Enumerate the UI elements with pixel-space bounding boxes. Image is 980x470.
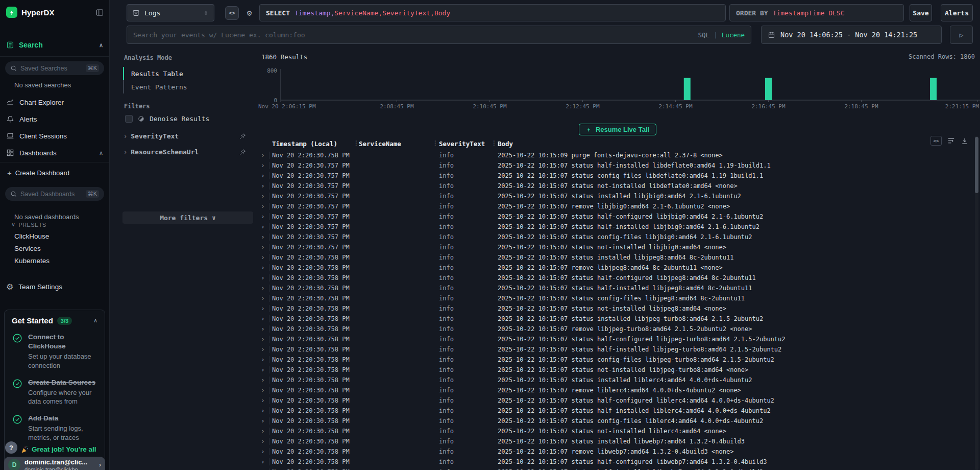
row-expand-icon[interactable]: › [261, 283, 265, 293]
sidebar-item-alerts[interactable]: Alerts [6, 111, 103, 127]
col-severitytext[interactable]: SeverityText [439, 140, 485, 148]
table-row[interactable]: ›Nov 20 2:20:30.758 PMinfo2025-10-22 10:… [255, 365, 974, 375]
save-button[interactable]: Save [910, 4, 932, 21]
table-row[interactable]: ›Nov 20 2:20:30.758 PMinfo2025-10-22 10:… [255, 436, 974, 447]
wrap-lines-icon[interactable] [947, 136, 955, 145]
download-icon[interactable] [961, 137, 969, 145]
help-button[interactable]: ? [5, 441, 17, 454]
table-row[interactable]: ›Nov 20 2:20:30.757 PMinfo2025-10-22 10:… [255, 201, 974, 212]
table-row[interactable]: ›Nov 20 2:20:30.758 PMinfo2025-10-22 10:… [255, 273, 974, 283]
table-row[interactable]: ›Nov 20 2:20:30.757 PMinfo2025-10-22 10:… [255, 212, 974, 222]
run-query-button[interactable]: ▷ [950, 26, 973, 44]
table-row[interactable]: ›Nov 20 2:20:30.757 PMinfo2025-10-22 10:… [255, 171, 974, 181]
table-row[interactable]: ›Nov 20 2:20:30.758 PMinfo2025-10-22 10:… [255, 375, 974, 385]
col-servicename[interactable]: ServiceName [359, 140, 401, 148]
mode-results-table[interactable]: Results Table [123, 67, 225, 80]
table-row[interactable]: ›Nov 20 2:20:30.758 PMinfo2025-10-22 10:… [255, 334, 974, 344]
row-expand-icon[interactable]: › [261, 355, 265, 365]
row-expand-icon[interactable]: › [261, 303, 265, 314]
get-started-item[interactable]: Add DataStart sending logs, metrics, or … [12, 414, 97, 442]
row-expand-icon[interactable]: › [261, 375, 265, 385]
row-expand-icon[interactable]: › [261, 160, 265, 171]
table-row[interactable]: ›Nov 20 2:20:30.758 PMinfo2025-10-22 10:… [255, 416, 974, 426]
table-row[interactable]: ›Nov 20 2:20:30.757 PMinfo2025-10-22 10:… [255, 160, 974, 171]
alerts-button[interactable]: Alerts [941, 4, 973, 21]
table-row[interactable]: ›Nov 20 2:20:30.758 PMinfo2025-10-22 10:… [255, 314, 974, 324]
row-expand-icon[interactable]: › [261, 426, 265, 436]
col-resize-handle[interactable]: ⋮ [432, 139, 438, 147]
search-input[interactable] [133, 31, 694, 39]
preset-clickhouse[interactable]: ClickHouse [14, 232, 49, 240]
denoise-checkbox[interactable] [125, 115, 133, 123]
row-expand-icon[interactable]: › [261, 365, 265, 375]
row-expand-icon[interactable]: › [261, 222, 265, 232]
time-range-picker[interactable]: Nov 20 14:06:25 - Nov 20 14:21:25 [761, 26, 942, 44]
saved-searches-input[interactable]: Saved Searches ⌘K [5, 61, 104, 75]
expand-json-icon[interactable]: <> [930, 136, 942, 146]
scrollbar-thumb[interactable] [975, 137, 978, 193]
row-expand-icon[interactable]: › [261, 314, 265, 324]
row-expand-icon[interactable]: › [261, 212, 265, 222]
row-expand-icon[interactable]: › [261, 181, 265, 191]
filter-group-resourceschemaurl[interactable]: › ResourceSchemaUrl [124, 148, 246, 156]
more-filters-button[interactable]: More filters ∨ [122, 212, 253, 224]
sidebar-item-dashboards[interactable]: Dashboards ∧ [6, 145, 103, 160]
chevron-up-icon[interactable]: ∧ [99, 42, 103, 49]
table-row[interactable]: ›Nov 20 2:20:30.758 PMinfo2025-10-22 10:… [255, 395, 974, 406]
row-expand-icon[interactable]: › [261, 344, 265, 355]
table-row[interactable]: ›Nov 20 2:20:30.757 PMinfo2025-10-22 10:… [255, 191, 974, 201]
source-select[interactable]: Logs [127, 4, 214, 21]
mode-event-patterns[interactable]: Event Patterns [123, 80, 225, 93]
table-row[interactable]: ›Nov 20 2:20:30.758 PMinfo2025-10-22 10:… [255, 406, 974, 416]
table-row[interactable]: ›Nov 20 2:20:30.758 PMinfo2025-10-22 10:… [255, 447, 974, 457]
row-expand-icon[interactable]: › [261, 436, 265, 447]
pin-icon[interactable] [239, 149, 246, 156]
table-row[interactable]: ›Nov 20 2:20:30.757 PMinfo2025-10-22 10:… [255, 242, 974, 252]
get-started-item[interactable]: Create Data SourcesConfigure where your … [12, 378, 97, 406]
source-settings-gear-icon[interactable]: ⚙ [242, 6, 256, 20]
resume-live-tail-button[interactable]: Resume Live Tail [579, 124, 656, 135]
pin-icon[interactable] [239, 133, 246, 140]
sidebar-item-search[interactable]: Search ∧ [6, 41, 103, 49]
row-expand-icon[interactable]: › [261, 150, 265, 160]
table-row[interactable]: ›Nov 20 2:20:30.758 PMinfo2025-10-22 10:… [255, 467, 974, 470]
chevron-up-icon[interactable]: ∧ [99, 150, 103, 156]
denoise-results-toggle[interactable]: Denoise Results [125, 115, 209, 123]
row-expand-icon[interactable]: › [261, 416, 265, 426]
row-expand-icon[interactable]: › [261, 263, 265, 273]
row-expand-icon[interactable]: › [261, 395, 265, 406]
table-row[interactable]: ›Nov 20 2:20:30.757 PMinfo2025-10-22 10:… [255, 181, 974, 191]
presets-toggle[interactable]: ∨ PRESETS [11, 221, 46, 228]
get-started-item[interactable]: Connect to ClickHouseSet up your databas… [12, 333, 97, 370]
col-resize-handle[interactable]: ⋮ [491, 139, 497, 147]
table-row[interactable]: ›Nov 20 2:20:30.758 PMinfo2025-10-22 10:… [255, 283, 974, 293]
order-by-input[interactable]: ORDER BYTimestampTime DESC [729, 4, 904, 21]
select-clause-input[interactable]: SELECTTimestamp,ServiceName,SeverityText… [259, 4, 726, 21]
col-timestamp[interactable]: Timestamp (Local) [272, 140, 337, 148]
collapse-sidebar-icon[interactable] [95, 8, 104, 17]
event-search-bar[interactable]: SQL | Lucene [127, 26, 751, 44]
table-row[interactable]: ›Nov 20 2:20:30.758 PMinfo2025-10-22 10:… [255, 385, 974, 395]
row-expand-icon[interactable]: › [261, 273, 265, 283]
code-view-button[interactable]: <> [225, 6, 239, 20]
filter-group-severitytext[interactable]: › SeverityText [124, 132, 246, 140]
row-expand-icon[interactable]: › [261, 406, 265, 416]
sidebar-item-client-sessions[interactable]: Client Sessions [6, 128, 103, 144]
lang-toggle-lucene[interactable]: Lucene [722, 31, 745, 39]
preset-services[interactable]: Services [14, 245, 41, 252]
table-row[interactable]: ›Nov 20 2:20:30.758 PMinfo2025-10-22 10:… [255, 252, 974, 263]
saved-dashboards-input[interactable]: Saved Dashboards ⌘K [5, 187, 104, 201]
row-expand-icon[interactable]: › [261, 201, 265, 212]
table-row[interactable]: ›Nov 20 2:20:30.757 PMinfo2025-10-22 10:… [255, 222, 974, 232]
chevron-up-icon[interactable]: ∧ [93, 317, 97, 324]
lang-toggle-sql[interactable]: SQL [698, 31, 709, 39]
table-row[interactable]: ›Nov 20 2:20:30.757 PMinfo2025-10-22 10:… [255, 232, 974, 242]
row-expand-icon[interactable]: › [261, 324, 265, 334]
preset-kubernetes[interactable]: Kubernetes [14, 257, 50, 265]
row-expand-icon[interactable]: › [261, 191, 265, 201]
table-row[interactable]: ›Nov 20 2:20:30.758 PMinfo2025-10-22 10:… [255, 457, 974, 467]
row-expand-icon[interactable]: › [261, 334, 265, 344]
row-expand-icon[interactable]: › [261, 467, 265, 470]
row-expand-icon[interactable]: › [261, 385, 265, 395]
row-expand-icon[interactable]: › [261, 447, 265, 457]
